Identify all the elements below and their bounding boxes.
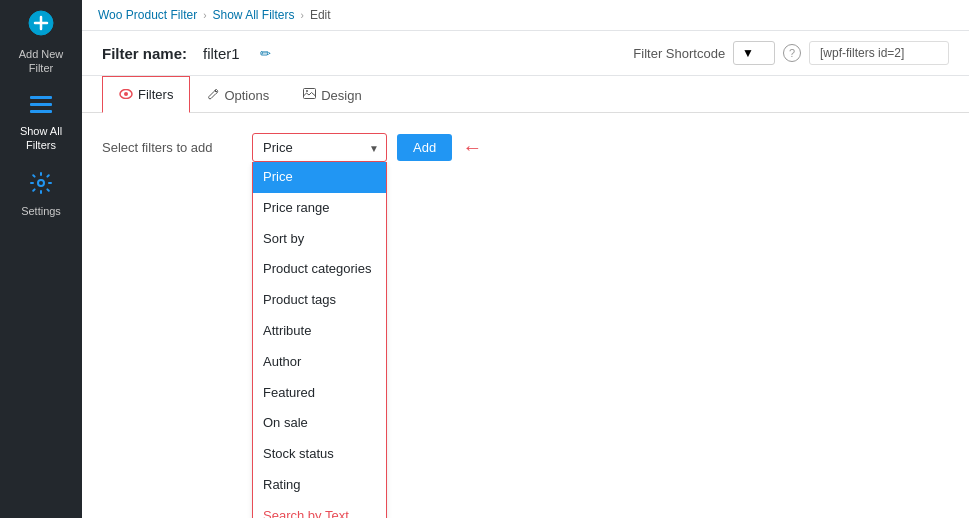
- breadcrumb-separator-2: ›: [301, 10, 304, 21]
- breadcrumb-link-show-all-filters[interactable]: Show All Filters: [213, 8, 295, 22]
- tab-design[interactable]: Design: [286, 76, 378, 113]
- svg-point-8: [124, 92, 128, 96]
- dropdown-item[interactable]: Author: [253, 347, 386, 378]
- svg-rect-4: [30, 103, 52, 106]
- dropdown-menu: PricePrice rangeSort byProduct categorie…: [252, 162, 387, 518]
- breadcrumb: Woo Product Filter › Show All Filters › …: [82, 0, 969, 31]
- shortcode-dropdown[interactable]: ▼: [733, 41, 775, 65]
- content-area: Select filters to add PricePrice rangeSo…: [82, 113, 969, 518]
- dropdown-item[interactable]: Featured: [253, 378, 386, 409]
- tab-filters[interactable]: Filters: [102, 76, 190, 113]
- dropdown-item[interactable]: Search by Text: [253, 501, 386, 518]
- sidebar-item-label: Show All Filters: [20, 124, 62, 153]
- sidebar-item-label: Settings: [21, 204, 61, 218]
- dropdown-item[interactable]: Price: [253, 162, 386, 193]
- dropdown-item[interactable]: Sort by: [253, 224, 386, 255]
- tab-filters-label: Filters: [138, 87, 173, 102]
- shortcode-label: Filter Shortcode: [633, 46, 725, 61]
- svg-rect-5: [30, 110, 52, 113]
- dropdown-arrow-icon: ▼: [742, 46, 754, 60]
- tab-design-label: Design: [321, 88, 361, 103]
- breadcrumb-current: Edit: [310, 8, 331, 22]
- filter-name-label: Filter name:: [102, 45, 187, 62]
- list-icon: [30, 96, 52, 117]
- breadcrumb-link-woo-product-filter[interactable]: Woo Product Filter: [98, 8, 197, 22]
- dropdown-item[interactable]: Stock status: [253, 439, 386, 470]
- eye-icon: [119, 88, 133, 102]
- main-content: Woo Product Filter › Show All Filters › …: [82, 0, 969, 518]
- sidebar: Add New Filter Show All Filters Settings: [0, 0, 82, 518]
- plus-circle-icon: [28, 10, 54, 40]
- tabs-bar: Filters Options Design: [82, 76, 969, 113]
- tab-options-label: Options: [224, 88, 269, 103]
- add-button[interactable]: Add: [397, 134, 452, 161]
- dropdown-item[interactable]: Attribute: [253, 316, 386, 347]
- filter-type-select[interactable]: PricePrice rangeSort byProduct categorie…: [252, 133, 387, 162]
- tab-options[interactable]: Options: [190, 76, 286, 113]
- dropdown-item[interactable]: Price range: [253, 193, 386, 224]
- shortcode-value: [wpf-filters id=2]: [809, 41, 949, 65]
- filter-name-value: filter1: [203, 45, 240, 62]
- arrow-indicator: ←: [462, 136, 482, 159]
- edit-icon[interactable]: ✏: [260, 46, 271, 61]
- sidebar-item-label: Add New Filter: [19, 47, 64, 76]
- page-header: Filter name: filter1 ✏ Filter Shortcode …: [82, 31, 969, 76]
- image-icon: [303, 88, 316, 102]
- dropdown-item[interactable]: Product tags: [253, 285, 386, 316]
- filter-select-row: Select filters to add PricePrice rangeSo…: [102, 133, 949, 162]
- breadcrumb-separator-1: ›: [203, 10, 206, 21]
- shortcode-section: Filter Shortcode ▼ ? [wpf-filters id=2]: [633, 41, 949, 65]
- help-icon[interactable]: ?: [783, 44, 801, 62]
- svg-point-6: [38, 180, 44, 186]
- dropdown-item[interactable]: On sale: [253, 408, 386, 439]
- wrench-icon: [207, 88, 219, 103]
- sidebar-item-show-all-filters[interactable]: Show All Filters: [0, 86, 82, 163]
- filter-select-wrapper: PricePrice rangeSort byProduct categorie…: [252, 133, 387, 162]
- sidebar-item-settings[interactable]: Settings: [0, 162, 82, 228]
- dropdown-item[interactable]: Rating: [253, 470, 386, 501]
- svg-rect-3: [30, 96, 52, 99]
- dropdown-item[interactable]: Product categories: [253, 254, 386, 285]
- gear-icon: [30, 172, 52, 197]
- svg-point-10: [306, 90, 308, 92]
- select-filters-label: Select filters to add: [102, 140, 242, 155]
- sidebar-item-add-new-filter[interactable]: Add New Filter: [0, 4, 82, 86]
